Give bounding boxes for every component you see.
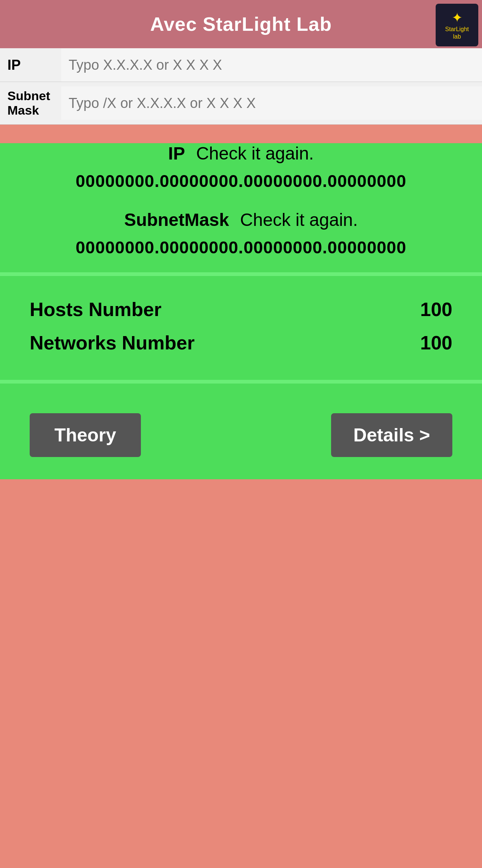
networks-label: Networks Number: [30, 332, 195, 354]
bottom-divider: [0, 380, 482, 384]
bottom-bar: [0, 479, 482, 553]
star-icon: ✦: [452, 10, 463, 26]
hosts-row: Hosts Number 100: [30, 298, 452, 320]
subnet-binary-display: 00000000.00000000.00000000.00000000: [0, 237, 482, 257]
subnet-input[interactable]: [61, 86, 482, 120]
subnet-label: Subnet Mask: [0, 82, 61, 124]
ip-binary-display: 00000000.00000000.00000000.00000000: [0, 171, 482, 191]
networks-value: 100: [420, 332, 452, 354]
hosts-label: Hosts Number: [30, 298, 161, 320]
details-button[interactable]: Details >: [331, 413, 452, 457]
ip-check-status: Check it again.: [196, 143, 314, 164]
ip-label: IP: [0, 50, 61, 80]
top-divider: [0, 272, 482, 276]
main-content: IP Check it again. 00000000.00000000.000…: [0, 143, 482, 479]
input-section: IP Subnet Mask: [0, 48, 482, 125]
button-section: Theory Details >: [0, 384, 482, 479]
app-title: Avec StarLight Lab: [150, 13, 332, 35]
stats-section: Hosts Number 100 Networks Number 100: [0, 276, 482, 380]
networks-row: Networks Number 100: [30, 332, 452, 354]
ip-input-row: IP: [0, 48, 482, 82]
header-bar: Avec StarLight Lab ✦ StarLightlab: [0, 0, 482, 48]
subnet-check-label: SubnetMask: [124, 210, 229, 230]
logo: ✦ StarLightlab: [436, 4, 478, 46]
hosts-value: 100: [420, 298, 452, 320]
logo-text: StarLightlab: [445, 26, 469, 40]
ip-check-label: IP: [168, 143, 185, 164]
subnet-check-status: Check it again.: [240, 210, 358, 230]
ip-input[interactable]: [61, 48, 482, 82]
subnet-input-row: Subnet Mask: [0, 82, 482, 125]
ip-check-row: IP Check it again.: [0, 143, 482, 164]
theory-button[interactable]: Theory: [30, 413, 141, 457]
subnet-check-row: SubnetMask Check it again.: [0, 210, 482, 230]
